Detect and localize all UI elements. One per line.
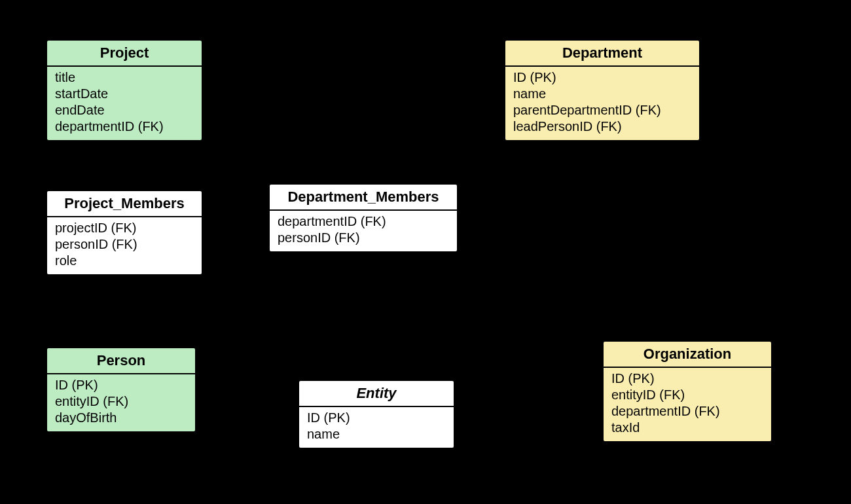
er-diagram-canvas: Project title startDate endDate departme… [0,0,851,504]
entity-attrs: ID (PK) name [299,407,454,448]
entity-attr: name [513,86,691,102]
entity-attr: dayOfBirth [55,410,187,426]
entity-project: Project title startDate endDate departme… [46,39,203,141]
entity-title: Project [47,41,202,67]
entity-attrs: ID (PK) entityID (FK) departmentID (FK) … [604,368,771,441]
entity-attr: ID (PK) [55,377,187,393]
entity-attr: departmentID (FK) [55,118,194,135]
entity-attrs: projectID (FK) personID (FK) role [47,217,202,274]
entity-title: Department [505,41,699,67]
entity-title: Person [47,348,195,374]
entity-title: Project_Members [47,191,202,217]
entity-attrs: ID (PK) entityID (FK) dayOfBirth [47,374,195,431]
entity-title: Department_Members [270,185,457,211]
entity-attr: personID (FK) [278,230,449,246]
entity-attr: startDate [55,86,194,102]
entity-attrs: departmentID (FK) personID (FK) [270,211,457,251]
entity-attr: role [55,253,194,269]
entity-attr: endDate [55,102,194,118]
entity-entity: Entity ID (PK) name [298,380,455,449]
entity-attr: departmentID (FK) [278,213,449,230]
entity-attr: taxId [611,420,763,436]
entity-title: Organization [604,342,771,368]
entity-organization: Organization ID (PK) entityID (FK) depar… [602,340,772,442]
entity-title: Entity [299,381,454,407]
entity-attr: personID (FK) [55,236,194,253]
entity-attrs: title startDate endDate departmentID (FK… [47,67,202,140]
entity-attr: name [307,426,446,442]
entity-attr: projectID (FK) [55,220,194,236]
entity-attr: entityID (FK) [55,393,187,410]
entity-project-members: Project_Members projectID (FK) personID … [46,190,203,276]
entity-attr: title [55,69,194,86]
entity-attr: ID (PK) [307,410,446,426]
entity-attr: entityID (FK) [611,387,763,403]
entity-department-members: Department_Members departmentID (FK) per… [268,183,458,253]
entity-attr: leadPersonID (FK) [513,118,691,135]
entity-attrs: ID (PK) name parentDepartmentID (FK) lea… [505,67,699,140]
entity-attr: departmentID (FK) [611,403,763,420]
entity-person: Person ID (PK) entityID (FK) dayOfBirth [46,347,196,433]
entity-attr: parentDepartmentID (FK) [513,102,691,118]
entity-department: Department ID (PK) name parentDepartment… [504,39,700,141]
entity-attr: ID (PK) [611,370,763,387]
entity-attr: ID (PK) [513,69,691,86]
